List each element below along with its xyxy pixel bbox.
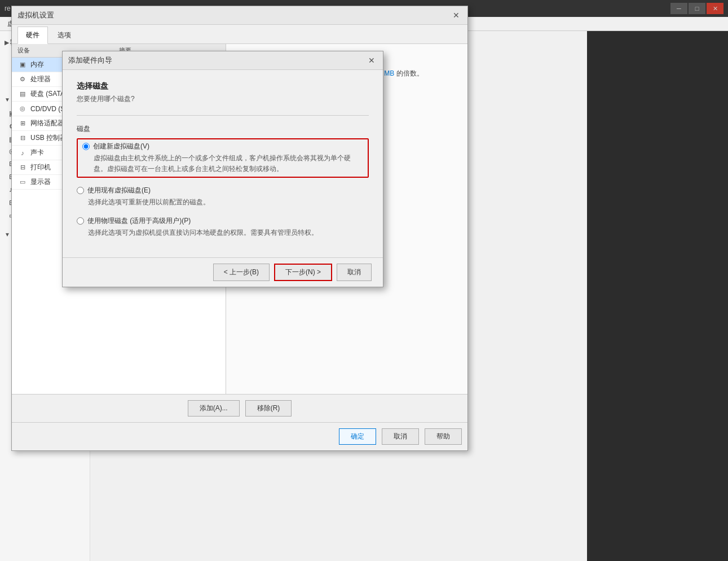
vm-settings-title-bar: 虚拟机设置 ✕ [12, 6, 467, 25]
wizard-divider [77, 115, 369, 116]
printer-row-icon: ⊟ [17, 164, 28, 172]
settings-bottom: 添加(A)... 移除(R) [12, 394, 467, 422]
radio-desc-physical: 选择此选项可为虚拟机提供直接访问本地硬盘的权限。需要具有管理员特权。 [88, 227, 369, 238]
radio-input-physical[interactable] [77, 217, 84, 225]
dark-preview-area [587, 31, 728, 561]
wizard-cancel-button[interactable]: 取消 [337, 264, 372, 281]
radio-option-existing-virtual: 使用现有虚拟磁盘(E) 选择此选项可重新使用以前配置的磁盘。 [77, 186, 369, 208]
wizard-step-title: 选择磁盘 [77, 81, 369, 91]
cancel-button[interactable]: 取消 [382, 428, 419, 445]
add-button[interactable]: 添加(A)... [188, 400, 240, 417]
maximize-button[interactable]: □ [689, 3, 705, 14]
vm-settings-close-button[interactable]: ✕ [451, 10, 462, 21]
vm-settings-title: 虚拟机设置 [17, 10, 54, 20]
sound-row-icon: ♪ [17, 149, 28, 157]
wizard-next-button[interactable]: 下一步(N) > [274, 264, 332, 281]
wizard-title: 添加硬件向导 [68, 55, 112, 65]
minimize-button[interactable]: ─ [670, 3, 687, 14]
cpu-row-icon: ⚙ [17, 76, 28, 84]
wizard-body: 选择磁盘 您要使用哪个磁盘? 磁盘 创建新虚拟磁盘(V) 虚拟磁盘由主机文件系统… [63, 70, 383, 257]
vm-settings-tab-bar: 硬件 选项 [12, 25, 467, 44]
tab-hardware[interactable]: 硬件 [17, 27, 48, 44]
radio-desc-new-virtual: 虚拟磁盘由主机文件系统上的一个或多个文件组成，客户机操作系统会将其视为单个硬盘。… [94, 153, 363, 174]
settings-footer: 确定 取消 帮助 [12, 422, 467, 450]
wizard-close-button[interactable]: ✕ [366, 55, 377, 66]
radio-option-physical: 使用物理磁盘 (适用于高级用户)(P) 选择此选项可为虚拟机提供直接访问本地硬盘… [77, 216, 369, 238]
cd-row-icon: ◎ [17, 105, 28, 113]
radio-label-existing-virtual: 使用现有虚拟磁盘(E) [77, 186, 369, 195]
close-button[interactable]: ✕ [707, 3, 723, 14]
wizard-back-button[interactable]: < 上一步(B) [213, 264, 270, 281]
memory-row-icon: ▣ [17, 61, 28, 69]
devices-toggle-icon: ▼ [5, 97, 10, 103]
wizard-step-subtitle: 您要使用哪个磁盘? [77, 94, 369, 104]
radio-label-new-virtual: 创建新虚拟磁盘(V) [82, 142, 363, 151]
help-button[interactable]: 帮助 [425, 428, 462, 445]
desc-toggle-icon: ▼ [5, 231, 10, 238]
tab-options[interactable]: 选项 [49, 27, 80, 43]
radio-desc-existing-virtual: 选择此选项可重新使用以前配置的磁盘。 [88, 197, 369, 208]
wizard-title-bar: 添加硬件向导 ✕ [63, 51, 383, 70]
wizard-dialog: 添加硬件向导 ✕ 选择磁盘 您要使用哪个磁盘? 磁盘 创建新虚拟磁盘(V) 虚拟… [62, 51, 383, 287]
radio-input-new-virtual[interactable] [82, 143, 90, 150]
radio-option-new-virtual: 创建新虚拟磁盘(V) 虚拟磁盘由主机文件系统上的一个或多个文件组成，客户机操作系… [77, 138, 369, 178]
wizard-footer: < 上一步(B) 下一步(N) > 取消 [63, 257, 383, 287]
remove-button[interactable]: 移除(R) [245, 400, 292, 417]
display-row-icon: ▭ [17, 178, 28, 186]
usb-row-icon: ⊟ [17, 134, 28, 142]
radio-text-new-virtual: 创建新虚拟磁盘(V) [93, 142, 149, 151]
network-row-icon: ⊞ [17, 120, 28, 128]
my-computer-icon: ▶ [5, 40, 9, 46]
ok-button[interactable]: 确定 [339, 428, 376, 445]
radio-text-existing-virtual: 使用现有虚拟磁盘(E) [87, 186, 151, 195]
radio-input-existing-virtual[interactable] [77, 187, 84, 194]
wizard-section-label: 磁盘 [77, 124, 369, 134]
hdd-row-icon: ▤ [17, 90, 28, 98]
window-controls: ─ □ ✕ [670, 3, 723, 14]
radio-label-physical: 使用物理磁盘 (适用于高级用户)(P) [77, 216, 369, 226]
radio-text-physical: 使用物理磁盘 (适用于高级用户)(P) [87, 216, 191, 226]
